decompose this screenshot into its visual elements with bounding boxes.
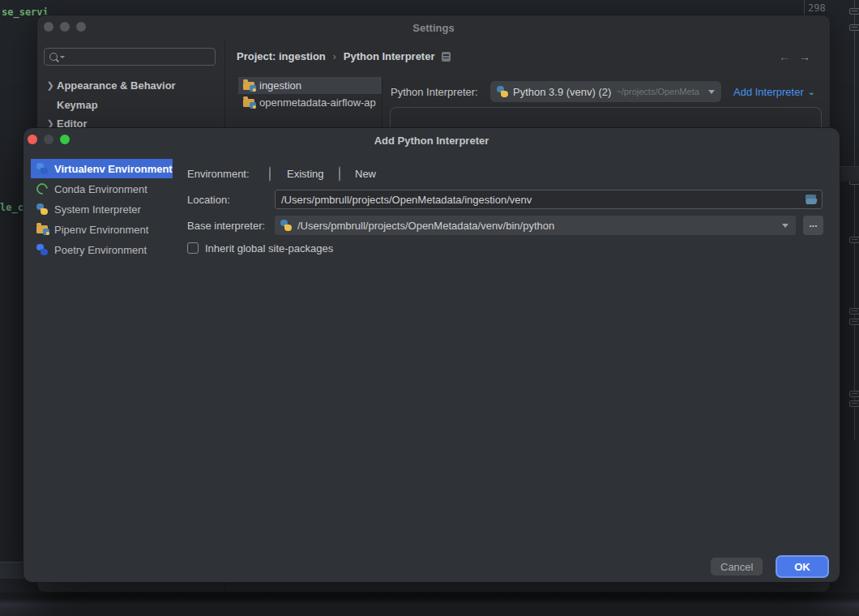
chevron-right-icon[interactable] [44, 80, 57, 91]
env-type-label: Pipenv Environment [54, 224, 148, 236]
background-bottom-gradient [0, 592, 859, 616]
breadcrumb-page: Python Interpreter [344, 50, 435, 62]
fold-marker-icon[interactable] [849, 319, 859, 325]
history-nav [779, 50, 810, 63]
fold-marker-icon[interactable] [849, 24, 859, 31]
chevron-down-icon [808, 87, 815, 97]
interpreter-label: Python Interpreter: [391, 86, 478, 98]
settings-search-input[interactable] [65, 50, 210, 63]
radio-new[interactable] [339, 166, 340, 182]
fold-marker-icon[interactable] [849, 8, 859, 15]
location-field[interactable]: /Users/pmbrull/projects/OpenMetadata/ing… [275, 190, 823, 209]
env-type-label: System Interpreter [54, 203, 141, 216]
packages-table-edge [390, 107, 822, 128]
breadcrumb-separator: › [333, 51, 336, 62]
back-arrow-icon[interactable] [779, 50, 790, 63]
add-interpreter-dialog: Add Python Interpreter Virtualenv Enviro… [23, 127, 840, 583]
inherit-checkbox-label[interactable]: Inherit global site-packages [205, 242, 333, 255]
settings-search-box[interactable] [44, 48, 216, 66]
radio-existing[interactable] [269, 166, 271, 182]
settings-window-title: Settings [37, 22, 830, 34]
env-type-pipenv[interactable]: Pipenv Environment [31, 220, 173, 239]
interpreter-path: ~/projects/OpenMeta [616, 87, 703, 96]
settings-hint-icon[interactable] [442, 52, 451, 62]
env-type-label: Virtualenv Environment [54, 163, 173, 175]
conda-icon [34, 181, 50, 197]
base-interpreter-label: Base interpreter: [187, 220, 265, 232]
project-panel-divider [382, 77, 382, 128]
screen: se_servi le_c 298 Settings Appearance & … [0, 0, 859, 616]
radio-existing-label[interactable]: Existing [287, 168, 324, 180]
project-list-item[interactable]: ingestion [238, 77, 382, 94]
editor-gutter-line [804, 0, 805, 15]
base-interpreter-value: /Users/pmbrull/projects/OpenMetadata/ven… [297, 220, 776, 232]
env-type-virtualenv[interactable]: Virtualenv Environment [31, 159, 173, 178]
fold-marker-icon[interactable] [849, 237, 859, 243]
sidebar-item-keymap[interactable]: Keymap [44, 96, 98, 113]
pipenv-folder-icon [36, 225, 48, 233]
virtualenv-icon [36, 163, 48, 174]
python-icon [497, 86, 508, 97]
radio-new-label[interactable]: New [355, 168, 376, 180]
sidebar-item-appearance[interactable]: Appearance & Behavior [44, 76, 176, 94]
dropdown-arrow-icon [782, 224, 788, 228]
project-label: ingestion [259, 79, 301, 92]
fold-marker-icon[interactable] [849, 308, 859, 314]
search-icon [49, 53, 58, 61]
env-type-poetry[interactable]: Poetry Environment [31, 240, 173, 259]
add-interpreter-label: Add Interpreter [733, 86, 804, 98]
sidebar-item-label: Appearance & Behavior [57, 79, 176, 92]
env-type-label: Poetry Environment [54, 244, 147, 256]
dialog-title: Add Python Interpreter [24, 135, 840, 147]
browse-more-button[interactable]: ... [803, 216, 823, 235]
project-label: openmetadata-airflow-ap [259, 96, 376, 109]
env-type-conda[interactable]: Conda Environment [31, 179, 173, 199]
location-value: /Users/pmbrull/projects/OpenMetadata/ing… [281, 194, 806, 206]
python-project-folder-icon [243, 82, 254, 90]
cancel-button[interactable]: Cancel [711, 558, 763, 575]
python-icon [280, 220, 292, 231]
editor-fold-line [854, 0, 855, 440]
project-list-item[interactable]: openmetadata-airflow-ap [238, 94, 382, 111]
fold-marker-icon[interactable] [849, 391, 859, 397]
location-label: Location: [187, 194, 230, 206]
inherit-checkbox[interactable] [187, 242, 199, 254]
python-project-folder-icon [243, 99, 254, 107]
env-type-system[interactable]: System Interpreter [31, 199, 173, 219]
env-type-label: Conda Environment [54, 183, 147, 195]
python-icon [36, 203, 48, 215]
sidebar-item-label: Keymap [57, 99, 98, 111]
ok-button[interactable]: OK [776, 555, 829, 578]
environment-label: Environment: [187, 168, 250, 180]
browse-folder-icon[interactable] [806, 195, 818, 204]
editor-line-number: 298 [808, 2, 826, 14]
interpreter-value: Python 3.9 (venv) (2) [513, 86, 611, 98]
forward-arrow-icon[interactable] [799, 50, 810, 63]
fold-marker-icon[interactable] [849, 400, 859, 407]
add-interpreter-link[interactable]: Add Interpreter [733, 86, 815, 98]
interpreter-dropdown[interactable]: Python 3.9 (venv) (2) ~/projects/OpenMet… [490, 81, 721, 102]
breadcrumb-project[interactable]: Project: ingestion [237, 50, 326, 62]
dropdown-arrow-icon [708, 90, 715, 94]
poetry-icon [36, 244, 48, 255]
base-interpreter-dropdown[interactable]: /Users/pmbrull/projects/OpenMetadata/ven… [275, 216, 796, 235]
code-fragment-left: le_c [0, 202, 24, 213]
breadcrumb: Project: ingestion › Python Interpreter [237, 50, 451, 62]
